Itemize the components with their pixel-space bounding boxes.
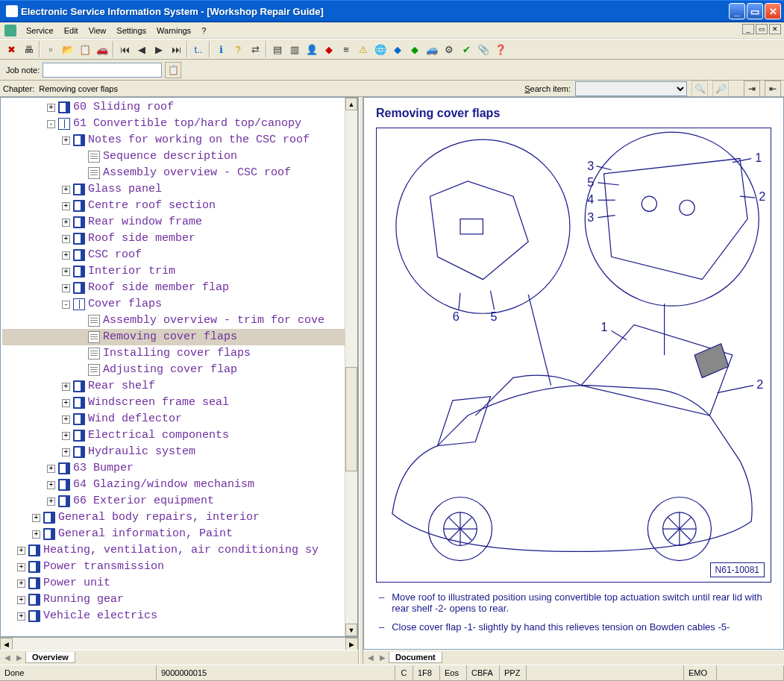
menu-warnings[interactable]: Warnings (151, 25, 196, 37)
expand-icon[interactable]: + (62, 383, 70, 391)
expand-icon[interactable]: + (62, 284, 70, 292)
tab-prev-icon[interactable]: ◀ (1, 652, 13, 664)
search-dropdown[interactable] (575, 81, 687, 96)
tree-item[interactable]: -Cover flaps (2, 296, 356, 313)
expand-icon[interactable]: + (32, 514, 40, 522)
tree-item[interactable]: +Rear shelf (2, 378, 356, 395)
tree-item[interactable]: -61 Convertible top/hard top/canopy (2, 116, 356, 132)
expand-icon[interactable]: + (62, 251, 70, 260)
tree-item[interactable]: +General information, Paint (2, 526, 356, 542)
tree-item[interactable]: +Glass panel (2, 181, 356, 198)
tree-item[interactable]: +Power unit (2, 575, 356, 591)
prev-icon[interactable]: ◀ (134, 41, 150, 57)
bookgreen-icon[interactable]: ◆ (407, 41, 423, 57)
close-button[interactable]: ✕ (765, 3, 781, 19)
expand-icon[interactable]: + (62, 448, 70, 456)
tree-item[interactable]: +Interior trim (2, 263, 356, 280)
swap-icon[interactable]: ⇄ (247, 41, 263, 57)
tree-view[interactable]: +60 Sliding roof-61 Convertible top/hard… (1, 98, 357, 626)
expand-icon[interactable]: + (62, 235, 70, 243)
jobnote-button[interactable]: 📋 (165, 62, 181, 78)
tree-item[interactable]: +Power transmission (2, 559, 356, 575)
tool-icon[interactable]: t.. (190, 41, 207, 57)
search-btn2[interactable]: 🔎 (712, 81, 729, 97)
expand-icon[interactable]: + (62, 399, 70, 407)
stop-icon[interactable]: ✖ (3, 41, 19, 57)
menu-settings[interactable]: Settings (111, 25, 151, 37)
menu-view[interactable]: View (84, 25, 112, 37)
expand-icon[interactable]: + (17, 596, 25, 604)
person-icon[interactable]: 👤 (304, 41, 320, 57)
jobnote-input[interactable] (43, 63, 162, 78)
scroll-right-icon[interactable]: ▶ (345, 638, 358, 650)
doc2-icon[interactable]: ▥ (286, 41, 303, 57)
tree-vscroll[interactable]: ▲ ▼ (345, 98, 357, 636)
collapse-icon[interactable]: - (47, 120, 55, 128)
tree-item[interactable]: +Electrical components (2, 427, 356, 444)
menu-service[interactable]: Service (21, 25, 59, 37)
expand-icon[interactable]: + (17, 563, 25, 571)
tree-hscroll[interactable]: ◀ ▶ (0, 637, 358, 650)
first-icon[interactable]: ⏮ (116, 41, 133, 57)
next-icon[interactable]: ▶ (151, 41, 167, 57)
print-icon[interactable]: 🖶 (20, 41, 37, 57)
tree-item[interactable]: +Vehicle electrics (2, 608, 356, 624)
expand-icon[interactable]: + (62, 136, 70, 145)
clip-icon[interactable]: 📎 (475, 41, 492, 57)
expand-icon[interactable]: + (47, 104, 55, 112)
expand-icon[interactable]: + (47, 481, 55, 489)
minimize-button[interactable]: _ (729, 3, 745, 19)
mdi-restore-button[interactable]: ▭ (756, 24, 768, 34)
menu-?[interactable]: ? (196, 25, 211, 37)
globe-icon[interactable]: 🌐 (372, 41, 389, 57)
tree-item[interactable]: +Centre roof section (2, 198, 356, 214)
expand-icon[interactable]: + (17, 612, 25, 621)
warn-icon[interactable]: ⚠ (355, 41, 371, 57)
tree-item[interactable]: +Rear window frame (2, 214, 356, 230)
check-icon[interactable]: ✔ (458, 41, 474, 57)
tab-document[interactable]: Document (389, 652, 442, 663)
tree-item[interactable]: +63 Bumper (2, 460, 356, 477)
tree-item[interactable]: +Roof side member (2, 230, 356, 247)
expand-icon[interactable]: + (62, 202, 70, 210)
tree-item[interactable]: +Wind deflector (2, 411, 356, 427)
search-btn1[interactable]: 🔍 (692, 81, 708, 97)
scroll-left-icon[interactable]: ◀ (0, 638, 13, 650)
expand-button[interactable]: ⇤ (765, 81, 781, 97)
tree-item[interactable]: +CSC roof (2, 247, 356, 263)
bookblue-icon[interactable]: ◆ (389, 41, 406, 57)
scroll-thumb[interactable] (345, 367, 357, 471)
expand-icon[interactable]: + (62, 268, 70, 276)
expand-icon[interactable]: + (62, 432, 70, 440)
mdi-close-button[interactable]: ✕ (769, 24, 781, 34)
tree-item[interactable]: +Roof side member flap (2, 280, 356, 296)
last-icon[interactable]: ⏭ (168, 41, 184, 57)
help-icon[interactable]: ? (230, 41, 246, 57)
tree-item[interactable]: +Hydraulic system (2, 444, 356, 460)
open-icon[interactable]: 📂 (60, 41, 76, 57)
tree-item[interactable]: Installing cover flaps (2, 345, 356, 362)
tab-next-icon[interactable]: ▶ (13, 652, 25, 664)
tree-item[interactable]: Assembly overview - trim for cove (2, 313, 356, 329)
expand-icon[interactable]: + (47, 465, 55, 473)
expand-icon[interactable]: + (62, 415, 70, 424)
tree-item[interactable]: Assembly overview - CSC roof (2, 165, 356, 181)
collapse-button[interactable]: ⇥ (744, 81, 760, 97)
tree-item[interactable]: +Heating, ventilation, air conditioning … (2, 542, 356, 559)
tree-item[interactable]: +64 Glazing/window mechanism (2, 477, 356, 493)
menu-edit[interactable]: Edit (59, 25, 84, 37)
tab-prev-icon[interactable]: ◀ (365, 652, 377, 664)
tree-item[interactable]: Sequence description (2, 148, 356, 165)
expand-icon[interactable]: + (32, 530, 40, 539)
expand-icon[interactable]: + (47, 498, 55, 506)
mdi-minimize-button[interactable]: _ (742, 24, 754, 34)
tree-item[interactable]: Removing cover flaps (2, 329, 356, 345)
expand-icon[interactable]: + (17, 547, 25, 555)
tree-item[interactable]: +Windscreen frame seal (2, 395, 356, 411)
bookred-icon[interactable]: ◆ (321, 41, 337, 57)
tree-item[interactable]: Adjusting cover flap (2, 362, 356, 378)
maximize-button[interactable]: ▭ (747, 3, 763, 19)
tree-item[interactable]: +Running gear (2, 591, 356, 608)
tree-item[interactable]: +Notes for working on the CSC roof (2, 132, 356, 148)
new-icon[interactable]: ▫ (43, 41, 59, 57)
